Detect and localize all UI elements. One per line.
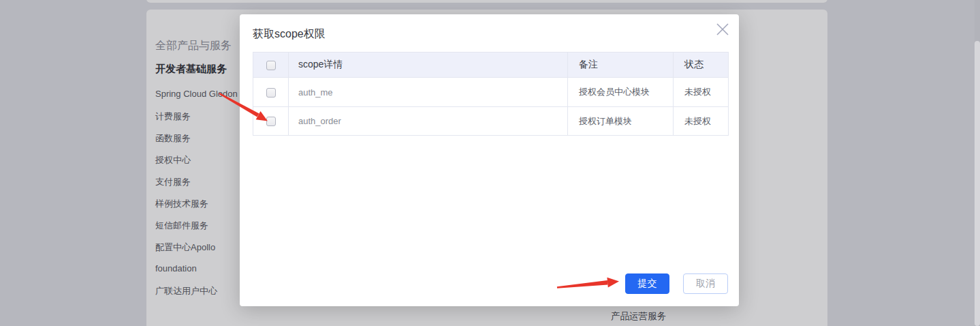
- get-scope-permission-dialog: 获取scope权限 scope详情 备注 状态 auth_me 授权会员中心模块…: [240, 14, 739, 306]
- scope-status: 未授权: [674, 78, 729, 107]
- column-header-scope: scope详情: [289, 53, 568, 78]
- close-icon: [715, 22, 730, 37]
- page-scrollbar-thumb[interactable]: [975, 41, 980, 326]
- select-all-checkbox[interactable]: [266, 61, 276, 70]
- scope-remark: 授权订单模块: [568, 107, 674, 136]
- scope-remark: 授权会员中心模块: [568, 78, 674, 107]
- close-button[interactable]: [713, 20, 732, 39]
- cancel-button[interactable]: 取消: [683, 273, 728, 294]
- column-header-remark: 备注: [568, 53, 674, 78]
- table-row: auth_order 授权订单模块 未授权: [253, 107, 729, 136]
- scope-table: scope详情 备注 状态 auth_me 授权会员中心模块 未授权 auth_…: [253, 52, 729, 136]
- column-header-status: 状态: [674, 53, 729, 78]
- scope-status: 未授权: [674, 107, 729, 136]
- row-1-checkbox[interactable]: [266, 88, 276, 98]
- scope-name: auth_order: [289, 107, 568, 136]
- dialog-title: 获取scope权限: [253, 27, 326, 42]
- table-header-row: scope详情 备注 状态: [253, 53, 729, 78]
- scope-name: auth_me: [289, 78, 568, 107]
- row-2-checkbox[interactable]: [266, 117, 276, 126]
- submit-button[interactable]: 提交: [625, 273, 669, 294]
- table-row: auth_me 授权会员中心模块 未授权: [253, 78, 729, 107]
- screen: 全部产品与服务 开发者基础服务 Spring Cloud Glodon 计费服务…: [0, 0, 980, 326]
